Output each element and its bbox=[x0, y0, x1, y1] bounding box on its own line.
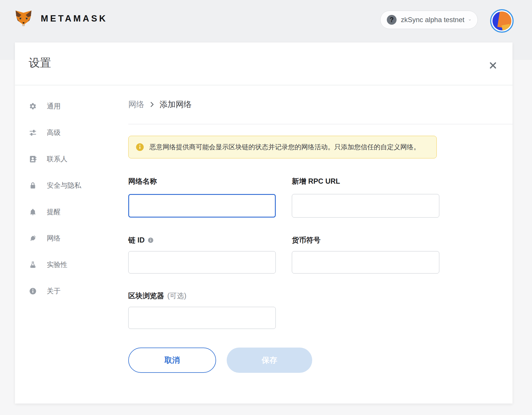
breadcrumb-networks[interactable]: 网络 bbox=[128, 99, 144, 110]
chevron-down-icon bbox=[469, 16, 471, 24]
flask-icon bbox=[29, 261, 37, 269]
chain-id-input[interactable] bbox=[128, 251, 276, 274]
sidebar-item-advanced[interactable]: 高级 bbox=[15, 119, 128, 146]
sidebar-item-experimental[interactable]: 实验性 bbox=[15, 251, 128, 278]
network-name-input[interactable] bbox=[128, 194, 276, 218]
breadcrumb-add-network: 添加网络 bbox=[160, 99, 192, 110]
network-selector[interactable]: ? zkSync alpha testnet bbox=[380, 11, 478, 29]
page-title: 设置 bbox=[29, 55, 51, 71]
close-icon bbox=[489, 61, 497, 70]
unknown-network-icon: ? bbox=[387, 15, 397, 25]
account-avatar[interactable] bbox=[490, 9, 514, 33]
rpc-url-input[interactable] bbox=[292, 194, 439, 218]
sidebar-item-security-privacy[interactable]: 安全与隐私 bbox=[15, 172, 128, 199]
chevron-right-icon bbox=[149, 101, 154, 108]
sidebar-item-networks[interactable]: 网络 bbox=[15, 225, 128, 251]
sidebar-item-label: 高级 bbox=[47, 128, 61, 137]
save-button[interactable]: 保存 bbox=[227, 348, 312, 373]
sidebar-item-label: 通用 bbox=[47, 102, 61, 111]
rpc-url-label: 新增 RPC URL bbox=[292, 177, 439, 186]
sidebar-item-contacts[interactable]: 联系人 bbox=[15, 146, 128, 172]
warning-text: 恶意网络提供商可能会显示区块链的状态并记录您的网络活动。只添加您信任的自定义网络… bbox=[149, 143, 420, 152]
optional-hint: (可选) bbox=[167, 291, 187, 300]
jazzicon bbox=[492, 11, 511, 30]
sidebar-item-label: 网络 bbox=[47, 234, 61, 243]
form-actions: 取消 保存 bbox=[128, 348, 512, 373]
close-button[interactable] bbox=[488, 60, 498, 71]
lock-icon bbox=[29, 182, 37, 189]
contacts-icon bbox=[29, 155, 37, 163]
metamask-logo: METAMASK bbox=[14, 9, 108, 29]
sidebar-item-label: 关于 bbox=[47, 286, 61, 296]
network-selector-label: zkSync alpha testnet bbox=[401, 16, 464, 24]
sidebar-item-about[interactable]: 关于 bbox=[15, 278, 128, 304]
settings-modal: 设置 通用 高级 联系人 bbox=[15, 42, 512, 404]
warning-info-icon bbox=[136, 143, 144, 151]
breadcrumb-divider bbox=[128, 124, 512, 124]
sidebar-item-alerts[interactable]: 提醒 bbox=[15, 199, 128, 225]
sidebar-item-label: 安全与隐私 bbox=[47, 181, 81, 190]
add-network-panel: 网络 添加网络 恶意网络提供商可能会显示区块链的状态并记录您的网络活动。只添加您… bbox=[128, 85, 512, 404]
warning-banner: 恶意网络提供商可能会显示区块链的状态并记录您的网络活动。只添加您信任的自定义网络… bbox=[128, 136, 437, 158]
settings-sidebar: 通用 高级 联系人 安全与隐私 提醒 bbox=[15, 93, 128, 304]
breadcrumb: 网络 添加网络 bbox=[128, 99, 192, 110]
brand-name: METAMASK bbox=[41, 13, 108, 24]
bell-icon bbox=[29, 208, 37, 216]
chain-id-info-icon[interactable] bbox=[148, 237, 154, 243]
block-explorer-input[interactable] bbox=[128, 307, 276, 329]
info-icon bbox=[29, 287, 37, 295]
sidebar-item-label: 实验性 bbox=[47, 260, 67, 269]
sidebar-item-label: 联系人 bbox=[47, 154, 67, 164]
gear-icon bbox=[29, 102, 37, 110]
currency-symbol-label: 货币符号 bbox=[292, 235, 439, 245]
currency-symbol-input[interactable] bbox=[292, 251, 439, 274]
metamask-fox-icon bbox=[14, 10, 33, 27]
network-name-label: 网络名称 bbox=[128, 177, 276, 186]
sidebar-item-general[interactable]: 通用 bbox=[15, 93, 128, 119]
block-explorer-label: 区块浏览器 (可选) bbox=[128, 291, 276, 300]
chain-id-label: 链 ID bbox=[128, 235, 276, 245]
sidebar-item-label: 提醒 bbox=[47, 207, 61, 216]
plug-icon bbox=[29, 234, 37, 242]
cancel-button[interactable]: 取消 bbox=[128, 348, 216, 373]
sliders-icon bbox=[29, 129, 37, 137]
